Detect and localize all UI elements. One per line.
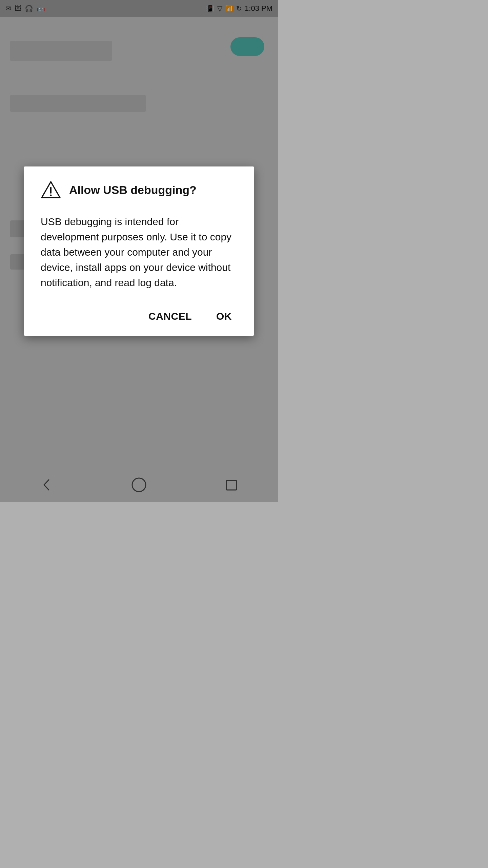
svg-point-2 (50, 194, 52, 196)
dialog-overlay: Allow USB debugging? USB debugging is in… (0, 0, 278, 502)
usb-debugging-dialog: Allow USB debugging? USB debugging is in… (24, 166, 254, 336)
dialog-buttons: CANCEL OK (41, 307, 237, 326)
warning-icon (41, 180, 61, 200)
ok-button[interactable]: OK (211, 307, 237, 326)
cancel-button[interactable]: CANCEL (143, 307, 197, 326)
dialog-title-row: Allow USB debugging? (41, 180, 237, 200)
dialog-title: Allow USB debugging? (69, 183, 197, 197)
dialog-body: USB debugging is intended for developmen… (41, 214, 237, 290)
